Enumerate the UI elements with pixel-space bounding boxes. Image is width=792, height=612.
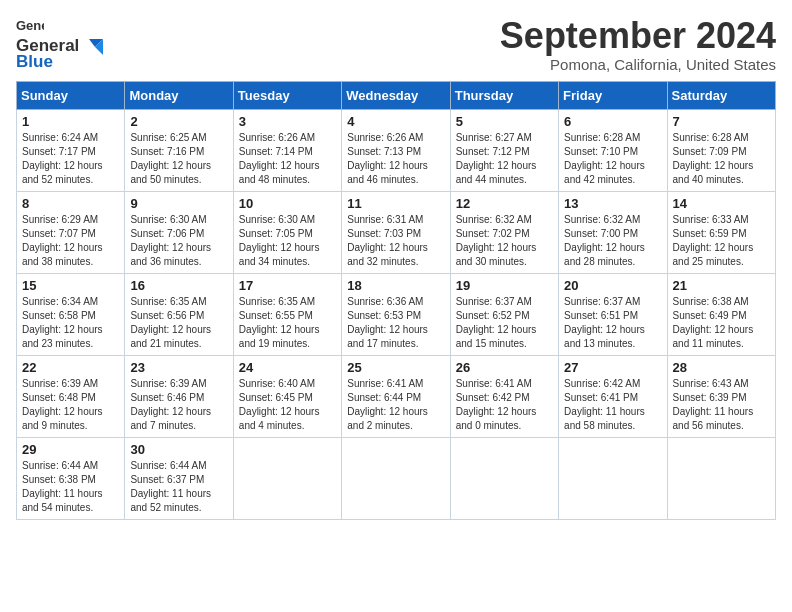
calendar-cell: 23Sunrise: 6:39 AMSunset: 6:46 PMDayligh… xyxy=(125,355,233,437)
day-info: Sunrise: 6:36 AMSunset: 6:53 PMDaylight:… xyxy=(347,295,444,351)
day-number: 2 xyxy=(130,114,227,129)
day-info: Sunrise: 6:29 AMSunset: 7:07 PMDaylight:… xyxy=(22,213,119,269)
calendar-cell xyxy=(450,437,558,519)
day-info: Sunrise: 6:42 AMSunset: 6:41 PMDaylight:… xyxy=(564,377,661,433)
location-text: Pomona, California, United States xyxy=(500,56,776,73)
week-row-5: 29Sunrise: 6:44 AMSunset: 6:38 PMDayligh… xyxy=(17,437,776,519)
calendar-cell: 20Sunrise: 6:37 AMSunset: 6:51 PMDayligh… xyxy=(559,273,667,355)
calendar-cell: 3Sunrise: 6:26 AMSunset: 7:14 PMDaylight… xyxy=(233,109,341,191)
calendar-cell: 13Sunrise: 6:32 AMSunset: 7:00 PMDayligh… xyxy=(559,191,667,273)
calendar-cell: 6Sunrise: 6:28 AMSunset: 7:10 PMDaylight… xyxy=(559,109,667,191)
day-info: Sunrise: 6:28 AMSunset: 7:09 PMDaylight:… xyxy=(673,131,770,187)
day-number: 10 xyxy=(239,196,336,211)
day-number: 11 xyxy=(347,196,444,211)
day-number: 21 xyxy=(673,278,770,293)
day-info: Sunrise: 6:26 AMSunset: 7:13 PMDaylight:… xyxy=(347,131,444,187)
calendar-cell: 22Sunrise: 6:39 AMSunset: 6:48 PMDayligh… xyxy=(17,355,125,437)
day-info: Sunrise: 6:39 AMSunset: 6:48 PMDaylight:… xyxy=(22,377,119,433)
calendar-cell: 27Sunrise: 6:42 AMSunset: 6:41 PMDayligh… xyxy=(559,355,667,437)
calendar-cell: 25Sunrise: 6:41 AMSunset: 6:44 PMDayligh… xyxy=(342,355,450,437)
day-number: 30 xyxy=(130,442,227,457)
day-info: Sunrise: 6:44 AMSunset: 6:37 PMDaylight:… xyxy=(130,459,227,515)
day-number: 18 xyxy=(347,278,444,293)
calendar-cell: 18Sunrise: 6:36 AMSunset: 6:53 PMDayligh… xyxy=(342,273,450,355)
logo-blue: Blue xyxy=(16,52,53,72)
calendar-cell: 19Sunrise: 6:37 AMSunset: 6:52 PMDayligh… xyxy=(450,273,558,355)
day-info: Sunrise: 6:26 AMSunset: 7:14 PMDaylight:… xyxy=(239,131,336,187)
header-thursday: Thursday xyxy=(450,81,558,109)
day-info: Sunrise: 6:38 AMSunset: 6:49 PMDaylight:… xyxy=(673,295,770,351)
svg-text:General: General xyxy=(16,18,44,33)
day-number: 16 xyxy=(130,278,227,293)
calendar-cell: 2Sunrise: 6:25 AMSunset: 7:16 PMDaylight… xyxy=(125,109,233,191)
day-number: 19 xyxy=(456,278,553,293)
month-title: September 2024 xyxy=(500,16,776,56)
calendar-cell: 21Sunrise: 6:38 AMSunset: 6:49 PMDayligh… xyxy=(667,273,775,355)
day-info: Sunrise: 6:37 AMSunset: 6:51 PMDaylight:… xyxy=(564,295,661,351)
day-number: 14 xyxy=(673,196,770,211)
header-saturday: Saturday xyxy=(667,81,775,109)
day-number: 23 xyxy=(130,360,227,375)
week-row-3: 15Sunrise: 6:34 AMSunset: 6:58 PMDayligh… xyxy=(17,273,776,355)
calendar-cell: 17Sunrise: 6:35 AMSunset: 6:55 PMDayligh… xyxy=(233,273,341,355)
day-number: 8 xyxy=(22,196,119,211)
day-number: 13 xyxy=(564,196,661,211)
day-info: Sunrise: 6:33 AMSunset: 6:59 PMDaylight:… xyxy=(673,213,770,269)
title-area: September 2024 Pomona, California, Unite… xyxy=(500,16,776,73)
logo-bird-icon xyxy=(81,37,103,55)
calendar-cell: 11Sunrise: 6:31 AMSunset: 7:03 PMDayligh… xyxy=(342,191,450,273)
logo: General General Blue xyxy=(16,16,103,72)
day-info: Sunrise: 6:44 AMSunset: 6:38 PMDaylight:… xyxy=(22,459,119,515)
calendar-cell: 9Sunrise: 6:30 AMSunset: 7:06 PMDaylight… xyxy=(125,191,233,273)
header-wednesday: Wednesday xyxy=(342,81,450,109)
day-number: 12 xyxy=(456,196,553,211)
day-info: Sunrise: 6:40 AMSunset: 6:45 PMDaylight:… xyxy=(239,377,336,433)
day-info: Sunrise: 6:32 AMSunset: 7:00 PMDaylight:… xyxy=(564,213,661,269)
day-info: Sunrise: 6:30 AMSunset: 7:06 PMDaylight:… xyxy=(130,213,227,269)
day-info: Sunrise: 6:31 AMSunset: 7:03 PMDaylight:… xyxy=(347,213,444,269)
header-sunday: Sunday xyxy=(17,81,125,109)
day-info: Sunrise: 6:43 AMSunset: 6:39 PMDaylight:… xyxy=(673,377,770,433)
day-number: 28 xyxy=(673,360,770,375)
day-number: 5 xyxy=(456,114,553,129)
header-monday: Monday xyxy=(125,81,233,109)
day-number: 15 xyxy=(22,278,119,293)
day-number: 1 xyxy=(22,114,119,129)
calendar-cell: 15Sunrise: 6:34 AMSunset: 6:58 PMDayligh… xyxy=(17,273,125,355)
calendar-cell: 28Sunrise: 6:43 AMSunset: 6:39 PMDayligh… xyxy=(667,355,775,437)
day-number: 27 xyxy=(564,360,661,375)
calendar-cell: 7Sunrise: 6:28 AMSunset: 7:09 PMDaylight… xyxy=(667,109,775,191)
calendar-cell: 5Sunrise: 6:27 AMSunset: 7:12 PMDaylight… xyxy=(450,109,558,191)
day-number: 20 xyxy=(564,278,661,293)
day-info: Sunrise: 6:35 AMSunset: 6:56 PMDaylight:… xyxy=(130,295,227,351)
day-number: 3 xyxy=(239,114,336,129)
calendar-cell: 8Sunrise: 6:29 AMSunset: 7:07 PMDaylight… xyxy=(17,191,125,273)
day-number: 17 xyxy=(239,278,336,293)
week-row-4: 22Sunrise: 6:39 AMSunset: 6:48 PMDayligh… xyxy=(17,355,776,437)
calendar-cell xyxy=(233,437,341,519)
day-number: 6 xyxy=(564,114,661,129)
day-info: Sunrise: 6:34 AMSunset: 6:58 PMDaylight:… xyxy=(22,295,119,351)
calendar-cell: 14Sunrise: 6:33 AMSunset: 6:59 PMDayligh… xyxy=(667,191,775,273)
calendar-cell xyxy=(559,437,667,519)
calendar-cell: 29Sunrise: 6:44 AMSunset: 6:38 PMDayligh… xyxy=(17,437,125,519)
calendar-cell: 16Sunrise: 6:35 AMSunset: 6:56 PMDayligh… xyxy=(125,273,233,355)
day-info: Sunrise: 6:24 AMSunset: 7:17 PMDaylight:… xyxy=(22,131,119,187)
calendar-cell: 10Sunrise: 6:30 AMSunset: 7:05 PMDayligh… xyxy=(233,191,341,273)
week-row-1: 1Sunrise: 6:24 AMSunset: 7:17 PMDaylight… xyxy=(17,109,776,191)
day-number: 29 xyxy=(22,442,119,457)
calendar-cell xyxy=(342,437,450,519)
day-info: Sunrise: 6:41 AMSunset: 6:44 PMDaylight:… xyxy=(347,377,444,433)
day-info: Sunrise: 6:27 AMSunset: 7:12 PMDaylight:… xyxy=(456,131,553,187)
logo-icon: General xyxy=(16,16,44,36)
day-info: Sunrise: 6:28 AMSunset: 7:10 PMDaylight:… xyxy=(564,131,661,187)
day-info: Sunrise: 6:37 AMSunset: 6:52 PMDaylight:… xyxy=(456,295,553,351)
header-friday: Friday xyxy=(559,81,667,109)
calendar-cell: 12Sunrise: 6:32 AMSunset: 7:02 PMDayligh… xyxy=(450,191,558,273)
page-header: General General Blue September 2024 Pomo… xyxy=(16,16,776,73)
calendar-cell: 26Sunrise: 6:41 AMSunset: 6:42 PMDayligh… xyxy=(450,355,558,437)
calendar-cell: 24Sunrise: 6:40 AMSunset: 6:45 PMDayligh… xyxy=(233,355,341,437)
calendar-cell: 4Sunrise: 6:26 AMSunset: 7:13 PMDaylight… xyxy=(342,109,450,191)
header-tuesday: Tuesday xyxy=(233,81,341,109)
calendar-table: SundayMondayTuesdayWednesdayThursdayFrid… xyxy=(16,81,776,520)
